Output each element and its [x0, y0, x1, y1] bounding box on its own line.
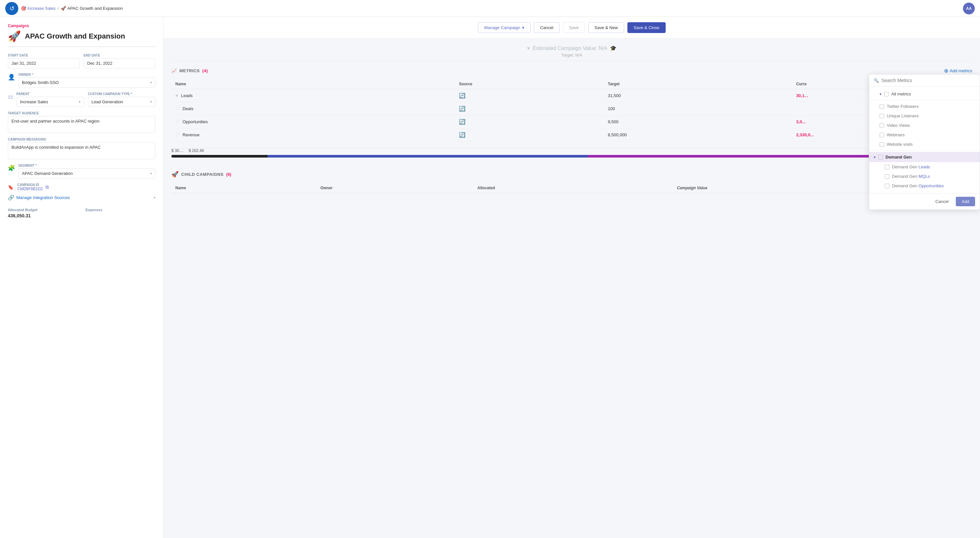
save-button[interactable]: Save — [563, 22, 585, 33]
video-checkbox[interactable] — [880, 123, 884, 128]
custom-type-input[interactable]: Lead Generation ▾ — [88, 97, 156, 107]
owner-value: Bridges Smith-SSO — [22, 80, 59, 85]
dropdown-item-webinars[interactable]: Webinars — [869, 130, 980, 140]
manage-campaign-label: Manage Campaign — [484, 25, 520, 30]
search-icon: 🔍 — [874, 78, 879, 83]
messaging-input[interactable]: BuildAnApp is committed to expansion in … — [8, 142, 155, 159]
save-new-button[interactable]: Save & New — [588, 22, 624, 33]
all-metrics-chevron: ▾ — [880, 92, 881, 97]
end-date-input[interactable]: Dec 31, 2022 — [84, 58, 156, 68]
custom-type-dropdown-icon: ▾ — [150, 100, 152, 104]
dropdown-cancel-button[interactable]: Cancel — [931, 197, 952, 206]
campaign-rocket-icon: 🚀 — [8, 30, 21, 43]
start-date-field: Start Date Jan 31, 2022 — [8, 54, 80, 68]
child-campaigns-section: 🚀 CHILD CAMPAIGNS (6) Name Owner Allocat… — [164, 164, 980, 200]
start-date-input[interactable]: Jan 31, 2022 — [8, 58, 80, 68]
dropdown-item-dg-opps[interactable]: Demand Gen Opportunities — [869, 181, 980, 190]
child-rocket-icon: 🚀 — [172, 171, 178, 178]
cancel-button[interactable]: Cancel — [534, 22, 559, 33]
budget-bar — [172, 155, 972, 157]
start-date-value: Jan 31, 2022 — [11, 61, 36, 66]
parent-field: Parent Increase Sales ▾ — [16, 92, 84, 107]
dropdown-item-twitter[interactable]: Twitter Followers — [869, 102, 980, 111]
logo-button[interactable]: ↺ — [5, 2, 18, 15]
dropdown-item-dg-leads[interactable]: Demand Gen Leads — [869, 162, 980, 171]
separator — [869, 100, 980, 100]
parent-input[interactable]: Increase Sales ▾ — [16, 97, 84, 107]
dropdown-item-dg-mqls[interactable]: Demand Gen MQLs — [869, 171, 980, 181]
twitter-checkbox[interactable] — [880, 104, 884, 109]
metric-heart-icon: ♡ — [175, 106, 180, 112]
breadcrumb-apac[interactable]: 🚀 APAC Growth and Expansion — [61, 6, 123, 11]
messaging-field: Campaign Messaging BuildAnApp is committ… — [8, 138, 155, 159]
breadcrumb-increase-sales[interactable]: 🎯 Increase Sales — [21, 6, 56, 11]
metric-heart-icon: ♡ — [175, 119, 180, 125]
parent-type-row: Parent Increase Sales ▾ Custom Campaign … — [16, 92, 155, 107]
expenses-field: Expenses — [86, 208, 156, 218]
dropdown-add-button[interactable]: Add — [956, 197, 975, 206]
all-metrics-checkbox[interactable] — [884, 92, 889, 97]
metrics-table-header: Name Source Target Curre — [172, 79, 972, 89]
custom-type-value: Lead Generation — [92, 99, 123, 104]
manage-integration-button[interactable]: 🔗 Manage Integration Sources ▾ — [8, 194, 155, 201]
budget-row: Allocated Budget 436,050.31 Expenses — [8, 205, 155, 218]
metrics-section: 📈 METRICS (4) ⊕ Add metrics Name Source … — [164, 61, 980, 148]
manage-campaign-button[interactable]: Manage Campaign ▾ — [478, 22, 531, 33]
segment-field: Segment * APAC Demand Generation ▾ — [18, 164, 155, 178]
unique-checkbox[interactable] — [880, 114, 884, 118]
target-icon: 🎯 — [21, 6, 26, 11]
custom-type-field: Custom Campaign Type * Lead Generation ▾ — [88, 92, 156, 107]
owner-field: Owner * Bridges Smith-SSO ▾ — [18, 73, 155, 87]
save-close-button[interactable]: Save & Close — [627, 22, 666, 33]
budget-bar-section: $ 30.... $ 202.4K $ 360K — [164, 148, 980, 164]
user-avatar[interactable]: AA — [963, 3, 975, 14]
segment-input[interactable]: APAC Demand Generation ▾ — [18, 168, 155, 178]
all-metrics-label: All metrics — [891, 92, 911, 97]
child-campaigns-header: 🚀 CHILD CAMPAIGNS (6) — [172, 171, 972, 178]
owner-dropdown-icon: ▾ — [150, 81, 152, 84]
metrics-title: 📈 METRICS (4) — [172, 68, 208, 73]
metrics-header: 📈 METRICS (4) ⊕ Add metrics — [172, 68, 972, 74]
end-date-field: End Date Dec 31, 2022 — [84, 54, 156, 68]
metric-heart-icon: ♡ — [175, 132, 180, 138]
dropdown-item-video[interactable]: Video Views — [869, 121, 980, 130]
metrics-icon: 📈 — [172, 68, 177, 73]
demand-gen-group-checkbox[interactable] — [878, 155, 883, 160]
bar-label-2: $ 202.4K — [189, 148, 204, 153]
dg-mqls-checkbox[interactable] — [885, 174, 889, 179]
metric-source-icon: 🔄 — [459, 119, 466, 125]
search-metrics-input[interactable] — [881, 78, 975, 83]
owner-input[interactable]: Bridges Smith-SSO ▾ — [18, 78, 155, 87]
all-metrics-item[interactable]: ▾ All metrics — [869, 89, 980, 99]
col-source: Source — [455, 79, 604, 89]
child-col-name: Name — [172, 183, 316, 193]
child-col-allocated: Allocated — [473, 183, 673, 193]
owner-icon: 👤 — [8, 73, 15, 81]
webinars-checkbox[interactable] — [880, 133, 884, 137]
search-box: 🔍 — [869, 75, 980, 87]
target-label: Target: N/A — [164, 52, 980, 57]
integration-icon: 🔗 — [8, 194, 14, 201]
allocated-budget-field: Allocated Budget 436,050.31 — [8, 208, 78, 218]
demand-gen-group-header[interactable]: ▾ Demand Gen — [869, 152, 980, 162]
table-row: ♡Revenue 🔄 8,500,000 2,330,0... — [172, 129, 972, 141]
budget-bar-labels: $ 30.... $ 202.4K $ 360K — [172, 148, 972, 153]
campaign-title: APAC Growth and Expansion — [25, 32, 125, 41]
target-audience-input[interactable]: End-user and partner accounts in APAC re… — [8, 116, 155, 133]
end-date-label: End Date — [84, 54, 156, 57]
copy-icon[interactable]: ⧉ — [46, 184, 49, 190]
website-checkbox[interactable] — [880, 142, 884, 147]
webinars-label: Webinars — [887, 132, 905, 137]
dg-opps-checkbox[interactable] — [885, 184, 889, 188]
dg-leads-checkbox[interactable] — [885, 165, 889, 169]
parent-label: Parent — [16, 92, 84, 96]
dropdown-item-unique[interactable]: Unique Listeners — [869, 111, 980, 121]
metrics-count: (4) — [202, 68, 208, 73]
dropdown-item-website[interactable]: Website visits — [869, 140, 980, 149]
demand-gen-group-label: Demand Gen — [886, 155, 912, 160]
messaging-value: BuildAnApp is committed to expansion in … — [11, 145, 101, 150]
messaging-row: Campaign Messaging BuildAnApp is committ… — [8, 138, 155, 159]
video-label: Video Views — [887, 123, 910, 128]
add-metrics-button[interactable]: ⊕ Add metrics — [944, 68, 972, 74]
target-audience-field: Target Audience End-user and partner acc… — [8, 111, 155, 133]
